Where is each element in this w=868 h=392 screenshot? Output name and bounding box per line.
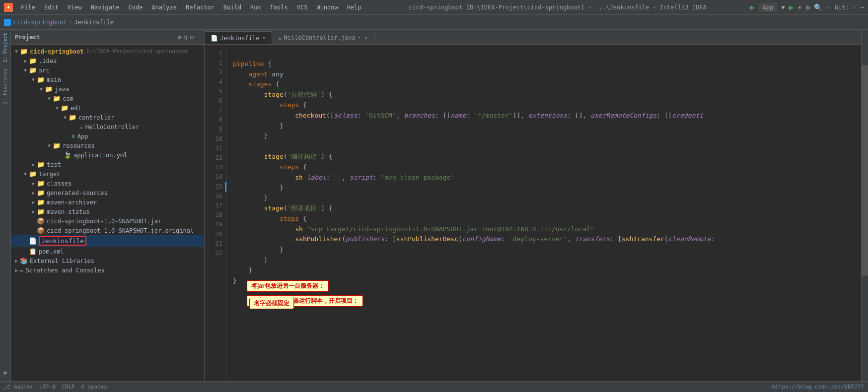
target-icon: 📁	[29, 170, 37, 178]
profile-button[interactable]: ⚙	[806, 3, 810, 11]
root-path: D:\IDEA-Project\cicd-springboot	[86, 48, 188, 55]
tab-hc-icon: ☕	[278, 34, 282, 41]
menu-build[interactable]: Build	[219, 3, 245, 12]
line-num-1: 1	[205, 49, 222, 58]
run-icon[interactable]: ▶	[750, 2, 755, 12]
menu-vcs[interactable]: VCS	[293, 3, 312, 12]
line-num-3: 3	[205, 67, 222, 77]
com-label: com	[63, 95, 73, 102]
controller-arrow: ▼	[62, 115, 69, 120]
breadcrumb-project[interactable]: cicd-springboot	[13, 19, 67, 26]
target-label: target	[39, 171, 60, 178]
more-button[interactable]: ⋯	[826, 3, 830, 11]
debug-button[interactable]: ⚡	[797, 3, 801, 11]
tree-jenkinsfile[interactable]: ▶ 📄 Jenkinsfile	[11, 235, 204, 247]
tree-target[interactable]: ▼ 📁 target	[11, 169, 204, 179]
code-content[interactable]: pipeline { agent any stages { stage('拉取代…	[227, 45, 861, 381]
gs-icon: 📁	[37, 189, 45, 196]
project-panel: Project ⊕ ⇅ ⚙ — ▼ 📁 cicd-springboot D:\I…	[11, 30, 205, 381]
tree-com[interactable]: ▼ 📁 com	[11, 94, 204, 103]
status-git: ⎇ master	[4, 384, 33, 390]
tree-java[interactable]: ▼ 📁 java	[11, 84, 204, 94]
annotation-name: 名字必须固定	[299, 298, 344, 309]
tree-controller[interactable]: ▼ 📁 controller	[11, 113, 204, 122]
line-num-2: 2	[205, 58, 222, 67]
menu-code[interactable]: Code	[125, 3, 147, 12]
menu-run[interactable]: Run	[246, 3, 265, 12]
pom-icon: 📋	[29, 248, 37, 255]
tree-maven-status[interactable]: ▶ 📁 maven-status	[11, 207, 204, 216]
menu-tools[interactable]: Tools	[266, 3, 292, 12]
git-more[interactable]: ⋯	[861, 4, 864, 11]
project-strip-label[interactable]: 1: Project	[1, 30, 9, 65]
tab-hellocontroller[interactable]: ☕ HelloController.java · ×	[272, 31, 374, 44]
app-logo: ♦	[4, 3, 13, 12]
menu-refactor[interactable]: Refactor	[182, 3, 218, 12]
el-arrow: ▶	[13, 258, 20, 263]
status-url: https://blog.csdn.net/EDT777	[772, 384, 864, 390]
ma-icon: 📁	[37, 198, 45, 206]
menu-view[interactable]: View	[64, 3, 86, 12]
menu-window[interactable]: Window	[312, 3, 342, 12]
line-num-10: 10	[205, 134, 222, 144]
menu-analyze[interactable]: Analyze	[147, 3, 181, 12]
classes-arrow: ▶	[30, 181, 37, 186]
tree-main[interactable]: ▼ 📁 main	[11, 75, 204, 84]
test-label: test	[47, 161, 61, 168]
tab-jenkinsfile-close[interactable]: ×	[262, 35, 266, 41]
tree-pom[interactable]: ▶ 📋 pom.xml	[11, 247, 204, 256]
menu-navigate[interactable]: Navigate	[87, 3, 124, 12]
edt-icon: 📁	[61, 104, 69, 112]
minimize-icon[interactable]: —	[196, 33, 200, 41]
tree-app[interactable]: ▶ ⊛ App	[11, 131, 204, 141]
tree-idea[interactable]: ▶ 📁 .idea	[11, 56, 204, 65]
run-button[interactable]: ▶	[789, 2, 794, 12]
tree-classes[interactable]: ▶ 📁 classes	[11, 179, 204, 188]
star-icon[interactable]: ★	[2, 367, 8, 381]
expand-icon[interactable]: ⇅	[184, 33, 188, 41]
run-config-arrow[interactable]: ▼	[781, 4, 785, 11]
editor-area: 📄 Jenkinsfile × ☕ HelloController.java ·…	[205, 30, 861, 381]
tree-yml[interactable]: ▶ 🍃 application.yml	[11, 150, 204, 160]
menu-edit[interactable]: Edit	[40, 3, 63, 12]
src-label: src	[39, 67, 50, 74]
edt-label: edt	[71, 105, 81, 112]
ma-arrow: ▶	[30, 199, 37, 205]
tree-maven-archiver[interactable]: ▶ 📁 maven-archiver	[11, 197, 204, 207]
sc-arrow: ▶	[13, 267, 20, 273]
favorites-strip-label[interactable]: 2: Favorites	[1, 65, 9, 107]
coverage-button[interactable]: 🔍	[814, 3, 822, 11]
tree-scratches[interactable]: ▶ ✏ Scratches and Consoles	[11, 265, 204, 275]
controller-label: controller	[78, 114, 114, 121]
tree-jar[interactable]: ▶ 📦 cicd-springboot-1.0-SNAPSHOT.jar	[11, 216, 204, 226]
tree-ext-libs[interactable]: ▶ 📚 External Libraries	[11, 256, 204, 265]
line-num-6: 6	[205, 96, 222, 106]
yml-icon: 🍃	[64, 151, 72, 159]
com-icon: 📁	[53, 95, 61, 102]
idea-label: .idea	[39, 58, 57, 65]
tree-edt[interactable]: ▼ 📁 edt	[11, 103, 204, 113]
tree-jar-original[interactable]: ▶ 📦 cicd-springboot-1.0-SNAPSHOT.jar.ori…	[11, 226, 204, 235]
vertical-scrollbar[interactable]	[861, 30, 868, 381]
tree-test[interactable]: ▶ 📁 test	[11, 160, 204, 169]
tab-hc-close[interactable]: ×	[364, 35, 368, 41]
menu-file[interactable]: File	[17, 3, 39, 12]
scroll-thumb[interactable]	[862, 65, 868, 276]
locate-icon[interactable]: ⊕	[177, 33, 181, 41]
tab-hc-modified: ·	[358, 34, 362, 42]
app-icon: ⊛	[72, 132, 75, 140]
tree-resources[interactable]: ▼ 📁 resources	[11, 141, 204, 150]
tree-hellocontroller[interactable]: ▶ ☕ HelloController	[11, 122, 204, 131]
line-num-22: 22	[205, 249, 222, 258]
favorites-strip: 1: Project 2: Favorites ★	[0, 30, 11, 381]
tree-root[interactable]: ▼ 📁 cicd-springboot D:\IDEA-Project\cicd…	[11, 47, 204, 56]
tab-jenkinsfile[interactable]: 📄 Jenkinsfile ×	[205, 31, 272, 44]
tree-src[interactable]: ▼ 📁 src	[11, 65, 204, 75]
tree-gen-sources[interactable]: ▶ 📁 generated-sources	[11, 188, 204, 197]
git-check[interactable]: ✓	[853, 4, 857, 11]
settings-icon[interactable]: ⚙	[190, 33, 194, 41]
run-config-dropdown[interactable]: App	[759, 3, 778, 12]
menu-help[interactable]: Help	[343, 3, 365, 12]
panel-icons: ⊕ ⇅ ⚙ —	[177, 33, 200, 41]
ms-arrow: ▶	[30, 209, 37, 214]
